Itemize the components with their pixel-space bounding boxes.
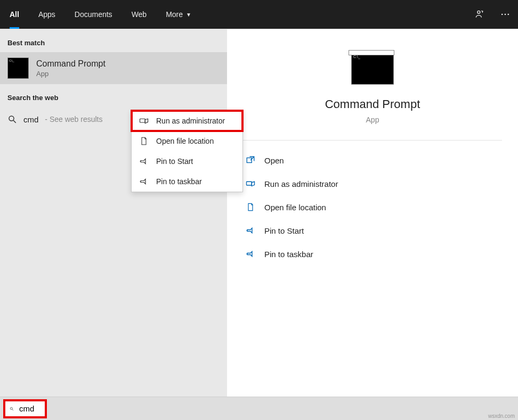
preview-title: Command Prompt [325,97,420,111]
ctx-pin-to-start[interactable]: Pin to Start [132,151,242,171]
ctx-run-as-admin-label: Run as administrator [156,117,225,125]
tab-all[interactable]: All [0,0,29,29]
ctx-open-file-location[interactable]: Open file location [132,131,242,151]
taskbar-search[interactable] [3,399,47,418]
action-run-admin-label: Run as administrator [264,179,338,188]
feedback-icon[interactable] [467,0,492,29]
divider [243,140,502,141]
search-input[interactable] [19,404,41,413]
ctx-open-loc-label: Open file location [156,137,214,145]
taskbar: wsxdn.com [0,397,518,420]
tab-documents-label: Documents [75,10,112,19]
action-pin-task-label: Pin to taskbar [264,250,313,259]
action-pin-start-label: Pin to Start [264,226,304,235]
tab-apps-label: Apps [38,10,55,19]
svg-rect-10 [247,182,252,185]
open-icon [245,155,256,166]
action-open-loc-label: Open file location [264,203,326,212]
svg-line-5 [13,120,16,123]
details-pane: Command Prompt App Open Run as administr… [227,29,518,420]
watermark: wsxdn.com [488,413,515,419]
pin-start-icon [139,157,149,166]
tab-more[interactable]: More ▼ [156,0,201,29]
action-open[interactable]: Open [243,150,502,170]
chevron-down-icon: ▼ [186,12,191,18]
context-menu: Run as administrator Open file location … [131,110,243,192]
app-preview: Command Prompt App [243,51,502,140]
admin-shield-icon [139,116,149,126]
web-hint: - See web results [45,115,102,123]
tab-web-label: Web [132,10,147,19]
svg-point-2 [505,14,506,15]
search-icon [10,405,14,413]
search-icon [7,114,17,124]
tab-more-label: More [166,10,183,19]
pin-start-icon [245,225,256,236]
admin-shield-icon [245,178,256,189]
action-open-label: Open [264,156,284,165]
web-query: cmd [23,115,38,124]
action-pin-to-taskbar[interactable]: Pin to taskbar [243,244,502,264]
folder-location-icon [139,136,149,146]
preview-subtitle: App [366,116,379,124]
action-run-as-admin[interactable]: Run as administrator [243,174,502,194]
tab-documents[interactable]: Documents [65,0,122,29]
section-search-web: Search the web [0,84,227,107]
more-options-icon[interactable] [492,0,518,29]
cmd-icon [7,57,29,79]
tab-apps[interactable]: Apps [29,0,65,29]
pin-taskbar-icon [139,177,149,186]
result-title: Command Prompt [36,59,106,69]
ctx-pin-start-label: Pin to Start [156,157,193,166]
cmd-preview-icon [351,53,394,85]
result-subtitle: App [36,70,106,78]
svg-point-4 [9,116,14,121]
top-tab-bar: All Apps Documents Web More ▼ [0,0,518,29]
svg-point-3 [508,14,509,15]
folder-location-icon [245,202,256,212]
svg-rect-6 [140,119,145,122]
tab-all-label: All [10,10,19,19]
svg-point-1 [501,14,503,15]
action-open-file-location[interactable]: Open file location [243,197,502,217]
tab-web[interactable]: Web [122,0,157,29]
section-best-match: Best match [0,29,227,52]
ctx-pin-task-label: Pin to taskbar [156,177,202,186]
results-pane: Best match Command Prompt App Search the… [0,29,227,420]
pin-taskbar-icon [245,249,256,259]
best-match-result[interactable]: Command Prompt App [0,52,227,84]
action-pin-to-start[interactable]: Pin to Start [243,220,502,241]
svg-line-14 [12,409,13,410]
ctx-pin-to-taskbar[interactable]: Pin to taskbar [132,171,242,192]
svg-point-0 [477,11,480,13]
ctx-run-as-admin[interactable]: Run as administrator [132,111,242,131]
svg-point-13 [10,407,12,409]
